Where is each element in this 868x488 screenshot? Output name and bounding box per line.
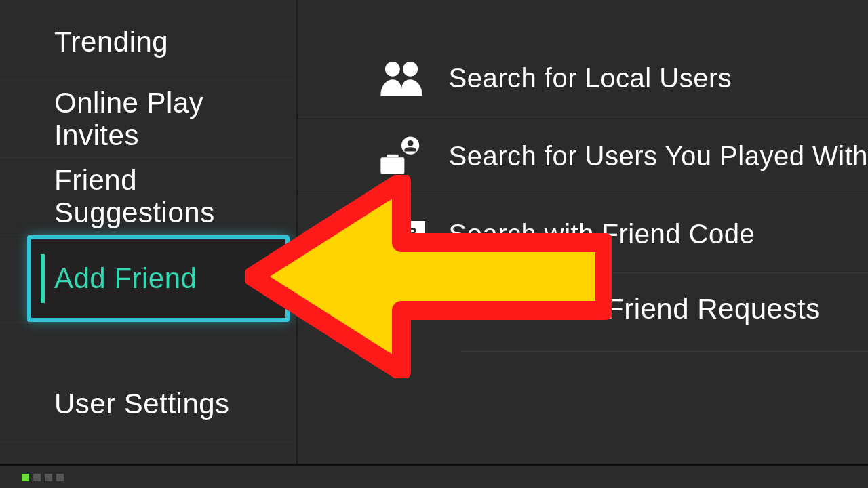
sidebar-item-label: Online Play Invites	[54, 87, 269, 152]
player-dot	[45, 474, 52, 481]
player-dot	[33, 474, 41, 481]
option-label-friend-requests: Friend Requests	[606, 293, 821, 325]
svg-rect-3	[387, 155, 399, 157]
divider	[461, 351, 868, 352]
option-search-friend-code[interactable]: 123 Search with Friend Code	[298, 195, 868, 273]
sidebar-item-add-friend[interactable]: Add Friend	[27, 235, 290, 322]
svg-rect-2	[381, 157, 405, 174]
player-dot	[22, 474, 29, 481]
friend-code-icon: 123	[375, 221, 428, 247]
option-label: Search with Friend Code	[448, 219, 755, 249]
sidebar-item-friend-suggestions[interactable]: Friend Suggestions	[0, 158, 296, 235]
sidebar-item-trending[interactable]: Trending	[0, 3, 296, 81]
friend-code-badge: 123	[378, 221, 425, 247]
sidebar-item-label: Add Friend	[54, 262, 197, 295]
sidebar-item-label: User Settings	[54, 388, 230, 420]
svg-point-0	[385, 62, 400, 77]
sidebar-item-user-settings[interactable]: User Settings	[0, 365, 296, 443]
users-played-with-icon	[375, 132, 428, 180]
svg-point-5	[408, 140, 414, 146]
option-search-local-users[interactable]: Search for Local Users	[298, 39, 868, 117]
svg-point-1	[403, 62, 418, 77]
option-label: Search for Local Users	[448, 63, 732, 94]
option-search-users-played-with[interactable]: Search for Users You Played With	[298, 117, 868, 195]
option-label: Search for Users You Played With	[448, 141, 868, 171]
sidebar-item-label: Trending	[54, 26, 168, 58]
user-page-layout: Trending Online Play Invites Friend Sugg…	[0, 0, 868, 488]
content-panel: Search for Local Users Search for Users …	[298, 0, 868, 488]
sidebar: Trending Online Play Invites Friend Sugg…	[0, 0, 298, 488]
sidebar-item-online-play-invites[interactable]: Online Play Invites	[0, 81, 296, 158]
local-users-icon	[375, 54, 428, 102]
player-dot	[56, 474, 64, 481]
sidebar-item-label: Friend Suggestions	[54, 164, 269, 229]
controller-indicator-bar	[0, 464, 868, 488]
